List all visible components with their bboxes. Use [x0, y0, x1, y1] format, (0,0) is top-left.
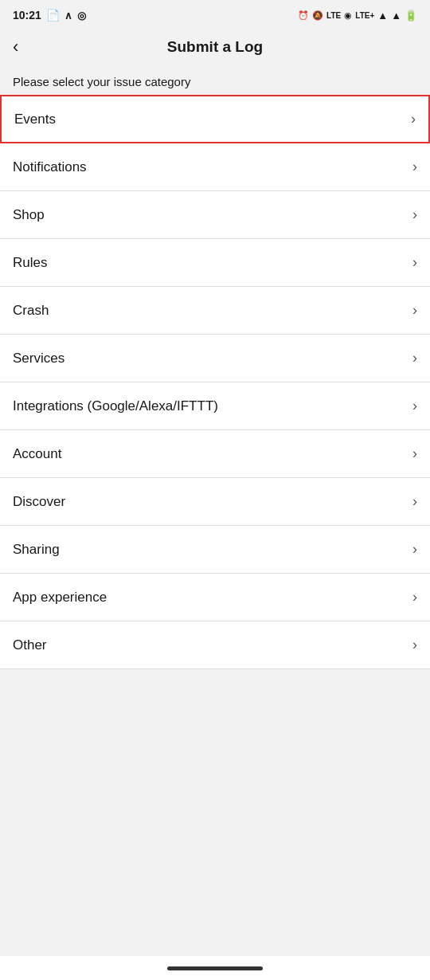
- chevron-icon-integrations: ›: [412, 398, 417, 414]
- list-item-label-integrations: Integrations (Google/Alexa/IFTTT): [13, 398, 218, 414]
- home-indicator: [167, 966, 263, 970]
- chevron-icon-discover: ›: [412, 493, 417, 510]
- status-right: ⏰ 🔕 LTE ◉ LTE+ ▲ ▲ 🔋: [298, 10, 417, 22]
- file-icon: 📄: [46, 9, 60, 22]
- list-item-sharing[interactable]: Sharing›: [0, 526, 430, 574]
- list-item-label-app-experience: App experience: [13, 590, 107, 606]
- status-bar: 10:21 📄 ∧ ◎ ⏰ 🔕 LTE ◉ LTE+ ▲ ▲ 🔋: [0, 0, 430, 29]
- subtitle-text: Please select your issue category: [0, 65, 430, 95]
- chevron-icon-crash: ›: [412, 302, 417, 319]
- list-item-label-other: Other: [13, 637, 47, 653]
- vibrate-icon: 🔕: [312, 10, 323, 21]
- time-display: 10:21: [13, 9, 41, 22]
- alarm-icon: ⏰: [298, 10, 309, 21]
- list-item-label-sharing: Sharing: [13, 542, 60, 558]
- list-item-app-experience[interactable]: App experience›: [0, 574, 430, 621]
- list-item-label-crash: Crash: [13, 303, 49, 319]
- status-left: 10:21 📄 ∧ ◎: [13, 9, 86, 22]
- battery-icon: 🔋: [405, 10, 417, 22]
- header: ‹ Submit a Log: [0, 29, 430, 65]
- wifi-icon: ◉: [344, 10, 352, 21]
- list-item-notifications[interactable]: Notifications›: [0, 143, 430, 191]
- list-item-label-discover: Discover: [13, 494, 65, 510]
- chevron-icon-services: ›: [412, 350, 417, 367]
- list-item-label-shop: Shop: [13, 207, 45, 223]
- list-item-label-events: Events: [14, 112, 56, 127]
- bottom-bar: [0, 956, 430, 980]
- chevron-icon-sharing: ›: [412, 541, 417, 558]
- list-item-label-rules: Rules: [13, 255, 47, 271]
- lte2-icon: LTE+: [355, 11, 374, 20]
- lte-icon: LTE: [326, 11, 341, 20]
- chevron-icon-app-experience: ›: [412, 589, 417, 606]
- list-item-account[interactable]: Account›: [0, 430, 430, 478]
- list-item-label-notifications: Notifications: [13, 159, 87, 175]
- chevron-icon-rules: ›: [412, 254, 417, 271]
- list-item-label-services: Services: [13, 351, 64, 367]
- list-item-discover[interactable]: Discover›: [0, 478, 430, 526]
- back-button[interactable]: ‹: [13, 37, 18, 57]
- list-item-crash[interactable]: Crash›: [0, 287, 430, 335]
- chevron-icon-other: ›: [412, 637, 417, 653]
- music-icon: ◎: [77, 10, 86, 22]
- list-item-events[interactable]: Events›: [0, 95, 430, 143]
- list-item-integrations[interactable]: Integrations (Google/Alexa/IFTTT)›: [0, 382, 430, 430]
- up-icon: ∧: [64, 10, 72, 22]
- chevron-icon-events: ›: [411, 111, 416, 127]
- list-item-services[interactable]: Services›: [0, 335, 430, 382]
- chevron-icon-account: ›: [412, 445, 417, 462]
- category-list: Events›Notifications›Shop›Rules›Crash›Se…: [0, 95, 430, 669]
- chevron-icon-shop: ›: [412, 206, 417, 223]
- signal-icon: ▲: [377, 10, 388, 22]
- page-title: Submit a Log: [167, 38, 263, 56]
- signal2-icon: ▲: [391, 10, 401, 22]
- list-item-rules[interactable]: Rules›: [0, 239, 430, 287]
- list-item-label-account: Account: [13, 446, 61, 462]
- list-item-shop[interactable]: Shop›: [0, 191, 430, 239]
- list-item-other[interactable]: Other›: [0, 621, 430, 669]
- chevron-icon-notifications: ›: [412, 159, 417, 175]
